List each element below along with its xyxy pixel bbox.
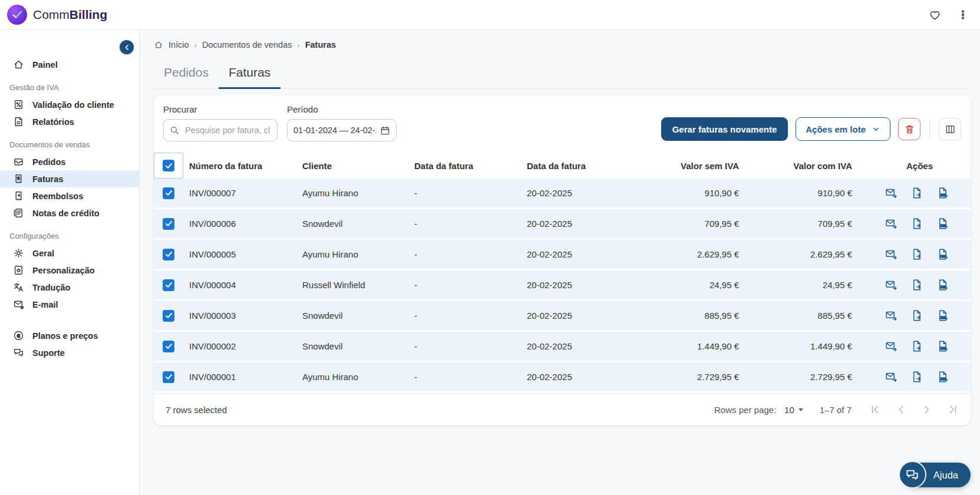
refund-icon — [13, 190, 24, 202]
export-pdf-button[interactable] — [910, 309, 924, 323]
export-xml-button[interactable] — [936, 248, 950, 262]
row-checkbox[interactable] — [163, 187, 174, 199]
header-client: Cliente — [296, 161, 408, 171]
breadcrumb-separator: › — [194, 41, 197, 50]
send-email-button[interactable] — [884, 370, 898, 384]
breadcrumb-documentos-vendas[interactable]: Documentos de vendas — [202, 40, 292, 50]
send-email-button[interactable] — [884, 248, 898, 262]
first-page-button[interactable] — [868, 402, 882, 417]
invoice-date: - — [408, 249, 521, 259]
invoice-number: INV/000007 — [183, 188, 296, 198]
export-xml-button[interactable] — [936, 278, 950, 292]
sidebar-item-pedidos[interactable]: Pedidos — [0, 153, 139, 170]
net-value: 885,95 € — [660, 311, 740, 321]
search-icon — [170, 126, 180, 136]
tab-faturas[interactable]: Faturas — [219, 65, 281, 89]
invoice-date: - — [408, 219, 521, 229]
row-checkbox[interactable] — [163, 249, 174, 260]
report-icon — [13, 116, 24, 127]
sidebar-collapse-button[interactable] — [120, 40, 134, 54]
mail-send-icon — [885, 309, 897, 322]
send-email-button[interactable] — [884, 309, 898, 323]
export-pdf-button[interactable] — [910, 339, 924, 354]
period-input[interactable]: 01-01-2024 — 24-02-2025 — [287, 119, 397, 141]
sidebar-item-personalizacao[interactable]: Personalização — [0, 262, 139, 279]
row-checkbox[interactable] — [163, 218, 174, 230]
columns-icon — [945, 124, 956, 135]
row-checkbox[interactable] — [163, 341, 174, 352]
sidebar-item-reembolsos[interactable]: Reembolsos — [0, 187, 139, 204]
export-pdf-button[interactable] — [910, 278, 924, 292]
sidebar-item-relatorios[interactable]: Relatórios — [0, 113, 139, 130]
row-checkbox[interactable] — [163, 310, 174, 322]
rows-per-page-select[interactable]: 10 — [784, 405, 803, 415]
sidebar-item-planos-precos[interactable]: Planos e preços — [0, 327, 139, 344]
send-email-button[interactable] — [884, 217, 898, 231]
regenerate-invoices-button[interactable]: Gerar faturas novamente — [661, 117, 788, 141]
mail-send-icon — [885, 217, 897, 230]
send-email-button[interactable] — [884, 278, 898, 292]
previous-page-button[interactable] — [894, 402, 908, 417]
help-button[interactable]: Ajuda — [904, 463, 971, 487]
caret-down-icon — [798, 408, 803, 411]
file-export-icon — [911, 279, 923, 291]
breadcrumb-home-icon[interactable] — [154, 40, 163, 50]
tab-pedidos[interactable]: Pedidos — [154, 65, 219, 88]
sidebar-section-configuracoes: Configurações — [0, 232, 139, 240]
file-export-icon — [911, 217, 923, 230]
export-pdf-button[interactable] — [910, 370, 924, 384]
search-input-wrap — [163, 119, 278, 141]
euro-circle-icon — [13, 330, 24, 341]
last-page-button[interactable] — [946, 402, 960, 417]
header-invoice-date: Data da fatura — [408, 161, 521, 171]
send-email-button[interactable] — [884, 339, 898, 354]
sidebar-item-validacao-cliente[interactable]: Validação do cliente — [0, 96, 139, 113]
delete-button[interactable] — [898, 118, 920, 140]
row-checkbox[interactable] — [163, 279, 174, 291]
more-options-kebab-icon[interactable] — [958, 9, 968, 20]
select-all-checkbox[interactable] — [163, 160, 174, 171]
breadcrumb-faturas: Faturas — [305, 40, 336, 50]
file-export-icon — [911, 309, 923, 322]
header-net-value: Valor sem IVA — [660, 161, 740, 171]
sidebar-item-traducao[interactable]: Tradução — [0, 279, 139, 296]
table-row: INV/000005 Ayumu Hirano - 20-02-2025 2.6… — [154, 240, 971, 269]
sidebar-item-suporte[interactable]: Suporte — [0, 344, 139, 361]
table-footer: 7 rows selected Rows per page: 10 1–7 of… — [154, 393, 971, 425]
toolbar-divider — [929, 120, 930, 138]
row-checkbox[interactable] — [163, 371, 174, 383]
file-export-icon — [911, 340, 923, 352]
search-field: Procurar — [163, 104, 278, 141]
client-name: Snowdevil — [296, 219, 408, 229]
export-xml-button[interactable] — [936, 217, 950, 231]
export-pdf-button[interactable] — [910, 217, 924, 231]
next-page-button[interactable] — [920, 402, 934, 417]
export-xml-button[interactable] — [936, 339, 950, 354]
sidebar-item-faturas[interactable]: Faturas — [0, 170, 139, 187]
export-xml-button[interactable] — [936, 309, 950, 323]
search-input[interactable] — [184, 125, 271, 136]
sidebar-item-notas-credito[interactable]: Notas de crédito — [0, 204, 139, 222]
file-xml-icon — [937, 371, 949, 383]
sidebar-item-painel[interactable]: Painel — [0, 56, 139, 73]
customization-icon — [13, 265, 24, 276]
batch-actions-button[interactable]: Ações em lote — [796, 117, 890, 141]
export-xml-button[interactable] — [936, 370, 950, 384]
invoice-date: - — [408, 372, 521, 382]
export-pdf-button[interactable] — [910, 248, 924, 262]
trash-icon — [904, 124, 915, 135]
file-xml-icon — [937, 187, 949, 199]
export-xml-button[interactable] — [936, 186, 950, 200]
breadcrumb-inicio[interactable]: Início — [169, 40, 189, 50]
send-email-button[interactable] — [884, 186, 898, 200]
header-invoice-number: Número da fatura — [183, 161, 296, 171]
column-settings-button[interactable] — [939, 118, 961, 140]
sidebar-item-geral[interactable]: Geral — [0, 245, 139, 262]
export-pdf-button[interactable] — [910, 186, 924, 200]
net-value: 709,95 € — [660, 219, 740, 229]
invoice-euro-icon — [13, 173, 24, 184]
sidebar-item-email[interactable]: E-mail — [0, 296, 139, 313]
brand-name: CommBilling — [33, 8, 107, 22]
favorites-heart-icon[interactable] — [929, 9, 941, 21]
file-export-icon — [911, 248, 923, 260]
